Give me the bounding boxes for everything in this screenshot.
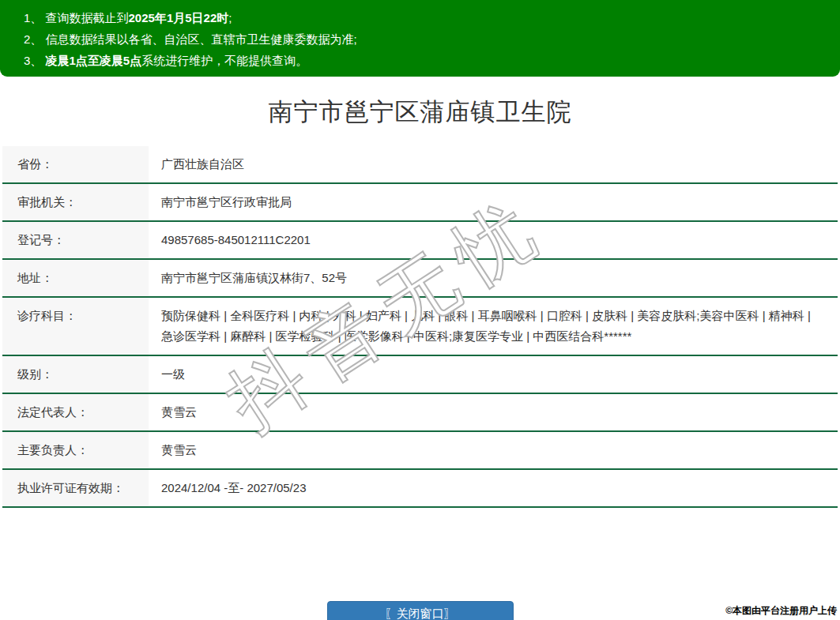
table-row-approval-authority: 审批机关： 南宁市邕宁区行政审批局: [2, 184, 838, 222]
notice-text: 3、: [24, 54, 46, 67]
row-value: 预防保健科 | 全科医疗科 | 内科 | 外科 | 妇产科 | 儿科 | 眼科 …: [149, 298, 838, 355]
table-row-medical-departments: 诊疗科目： 预防保健科 | 全科医疗科 | 内科 | 外科 | 妇产科 | 儿科…: [2, 298, 838, 356]
notice-text: ;: [228, 11, 232, 24]
notice-text: 2、 信息数据结果以各省、自治区、直辖市卫生健康委数据为准;: [24, 32, 357, 46]
table-row-level: 级别： 一级: [2, 356, 838, 394]
notice-text-bold: 2025年1月5日22时: [129, 11, 229, 24]
table-row-person-in-charge: 主要负责人： 黄雪云: [2, 432, 838, 470]
page-title: 南宁市邕宁区蒲庙镇卫生院: [0, 96, 840, 129]
notice-line-2: 2、 信息数据结果以各省、自治区、直辖市卫生健康委数据为准;: [24, 28, 824, 50]
row-value: 黄雪云: [149, 394, 838, 430]
table-row-license-validity: 执业许可证有效期： 2024/12/04 -至- 2027/05/23: [2, 470, 838, 508]
row-value: 49857685-845012111C2201: [149, 222, 838, 258]
row-value: 南宁市邕宁区行政审批局: [149, 184, 838, 220]
notice-banner: 1、 查询数据截止到2025年1月5日22时; 2、 信息数据结果以各省、自治区…: [0, 0, 840, 77]
attribution-stamp: ©本图由平台注册用户上传: [725, 604, 837, 618]
row-label: 审批机关：: [2, 184, 149, 220]
table-row-legal-representative: 法定代表人： 黄雪云: [2, 394, 838, 432]
row-label: 主要负责人：: [2, 432, 149, 468]
notice-line-1: 1、 查询数据截止到2025年1月5日22时;: [24, 7, 824, 28]
row-value: 一级: [149, 356, 838, 393]
notice-text: 系统进行维护，不能提供查询。: [141, 54, 307, 67]
close-window-button[interactable]: 〖关闭窗口〗: [327, 601, 514, 620]
row-label: 执业许可证有效期：: [2, 470, 149, 506]
row-value: 南宁市邕宁区蒲庙镇汉林街7、52号: [149, 260, 838, 296]
table-row-registration-number: 登记号： 49857685-845012111C2201: [2, 222, 838, 260]
row-label: 级别：: [2, 356, 149, 393]
row-value: 黄雪云: [149, 432, 838, 468]
row-value: 广西壮族自治区: [149, 146, 838, 182]
row-value: 2024/12/04 -至- 2027/05/23: [149, 470, 838, 506]
detail-table: 省份： 广西壮族自治区 审批机关： 南宁市邕宁区行政审批局 登记号： 49857…: [2, 146, 838, 508]
table-row-address: 地址： 南宁市邕宁区蒲庙镇汉林街7、52号: [2, 260, 838, 298]
notice-text-bold: 凌晨1点至凌晨5点: [46, 54, 142, 67]
row-label: 省份：: [2, 146, 149, 182]
row-label: 地址：: [2, 260, 149, 296]
notice-text: 1、 查询数据截止到: [24, 11, 129, 24]
row-label: 法定代表人：: [2, 394, 149, 430]
row-label: 登记号：: [2, 222, 149, 258]
table-row-province: 省份： 广西壮族自治区: [2, 146, 838, 184]
row-label: 诊疗科目：: [2, 298, 149, 355]
notice-line-3: 3、 凌晨1点至凌晨5点系统进行维护，不能提供查询。: [24, 50, 824, 71]
